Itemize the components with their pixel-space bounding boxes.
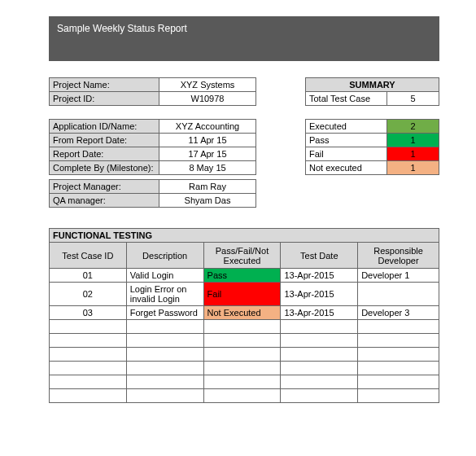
- pm-label: Project Manager:: [50, 180, 159, 194]
- app-id-value: XYZ Accounting: [159, 120, 256, 134]
- tc-dev: [358, 283, 439, 306]
- report-date-value: 17 Apr 15: [159, 147, 256, 161]
- tc-dev: Developer 1: [358, 269, 439, 283]
- summary-header-row: SUMMARY: [306, 78, 439, 92]
- tc-id: 01: [50, 269, 127, 283]
- table-row: From Report Date: 11 Apr 15: [50, 134, 256, 147]
- spacer: [50, 106, 256, 120]
- testing-title-row: FUNCTIONAL TESTING: [50, 229, 439, 243]
- col-description: Description: [126, 243, 203, 269]
- table-row: Project Name: XYZ Systems: [50, 78, 256, 92]
- empty-row: [50, 348, 439, 362]
- document-header: Sample Weekly Status Report: [49, 16, 439, 61]
- empty-row: [50, 389, 439, 403]
- project-info-table: Project Name: XYZ Systems Project ID: W1…: [49, 77, 256, 175]
- table-row: Complete By (Milestone): 8 May 15: [50, 161, 256, 175]
- empty-row: [50, 334, 439, 348]
- tc-date: 13-Apr-2015: [281, 269, 358, 283]
- total-test-value: 5: [387, 92, 439, 106]
- managers-table: Project Manager: Ram Ray QA manager: Shy…: [49, 179, 256, 208]
- testing-header-row: Test Case ID Description Pass/Fail/Not E…: [50, 243, 439, 269]
- total-test-label: Total Test Case: [306, 92, 387, 106]
- table-row: Executed 2: [306, 120, 439, 134]
- summary-title: SUMMARY: [306, 78, 439, 92]
- document-title: Sample Weekly Status Report: [57, 23, 187, 34]
- col-test-case-id: Test Case ID: [50, 243, 127, 269]
- tc-date: 13-Apr-2015: [281, 306, 358, 320]
- table-row: Fail 1: [306, 147, 439, 161]
- complete-by-label: Complete By (Milestone):: [50, 161, 159, 175]
- project-id-value: W10978: [159, 92, 256, 106]
- functional-testing-table: FUNCTIONAL TESTING Test Case ID Descript…: [49, 228, 439, 403]
- executed-label: Executed: [306, 120, 387, 134]
- tc-desc: Forget Password: [126, 306, 203, 320]
- table-row: Application ID/Name: XYZ Accounting: [50, 120, 256, 134]
- not-executed-value: 1: [387, 161, 439, 175]
- tc-status: Fail: [203, 283, 281, 306]
- qa-label: QA manager:: [50, 194, 159, 208]
- spacer: [306, 106, 439, 120]
- empty-row: [50, 320, 439, 334]
- tc-status: Not Executed: [203, 306, 281, 320]
- complete-by-value: 8 May 15: [159, 161, 256, 175]
- tc-desc: Login Error on invalid Login: [126, 283, 203, 306]
- table-row: Total Test Case 5: [306, 92, 439, 106]
- table-row: 02 Login Error on invalid Login Fail 13-…: [50, 283, 439, 306]
- from-date-value: 11 Apr 15: [159, 134, 256, 147]
- qa-value: Shyam Das: [159, 194, 256, 208]
- tc-dev: Developer 3: [358, 306, 439, 320]
- project-name-value: XYZ Systems: [159, 78, 256, 92]
- project-name-label: Project Name:: [50, 78, 159, 92]
- fail-value: 1: [387, 147, 439, 161]
- tc-desc: Valid Login: [126, 269, 203, 283]
- report-date-label: Report Date:: [50, 147, 159, 161]
- tc-date: 13-Apr-2015: [281, 283, 358, 306]
- executed-value: 2: [387, 120, 439, 134]
- table-row: QA manager: Shyam Das: [50, 194, 256, 208]
- table-row: Not executed 1: [306, 161, 439, 175]
- from-date-label: From Report Date:: [50, 134, 159, 147]
- table-row: Project ID: W10978: [50, 92, 256, 106]
- empty-row: [50, 375, 439, 389]
- pm-value: Ram Ray: [159, 180, 256, 194]
- summary-table: SUMMARY Total Test Case 5 Executed 2 Pas…: [305, 77, 439, 175]
- col-status: Pass/Fail/Not Executed: [203, 243, 281, 269]
- testing-title: FUNCTIONAL TESTING: [50, 229, 439, 243]
- not-executed-label: Not executed: [306, 161, 387, 175]
- fail-label: Fail: [306, 147, 387, 161]
- app-id-label: Application ID/Name:: [50, 120, 159, 134]
- pass-label: Pass: [306, 134, 387, 147]
- table-row: Project Manager: Ram Ray: [50, 180, 256, 194]
- pass-value: 1: [387, 134, 439, 147]
- col-test-date: Test Date: [281, 243, 358, 269]
- tc-id: 02: [50, 283, 127, 306]
- empty-row: [50, 362, 439, 375]
- col-developer: Responsible Developer: [358, 243, 439, 269]
- table-row: Pass 1: [306, 134, 439, 147]
- table-row: 03 Forget Password Not Executed 13-Apr-2…: [50, 306, 439, 320]
- table-row: Report Date: 17 Apr 15: [50, 147, 256, 161]
- tc-status: Pass: [203, 269, 281, 283]
- project-id-label: Project ID:: [50, 92, 159, 106]
- tc-id: 03: [50, 306, 127, 320]
- table-row: 01 Valid Login Pass 13-Apr-2015 Develope…: [50, 269, 439, 283]
